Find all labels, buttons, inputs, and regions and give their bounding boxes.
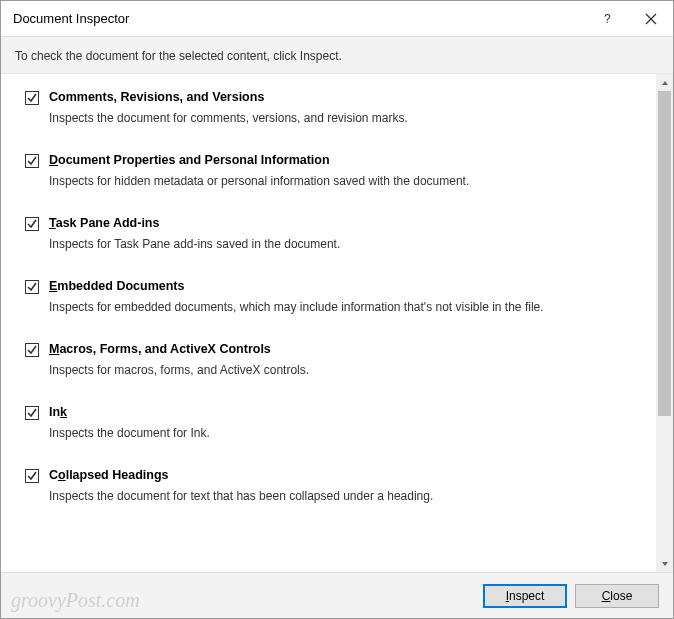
svg-text:?: ? bbox=[604, 13, 611, 25]
scrollbar[interactable] bbox=[656, 74, 673, 572]
inspection-item-title: Comments, Revisions, and Versions bbox=[49, 90, 264, 104]
inspection-item-title: Macros, Forms, and ActiveX Controls bbox=[49, 342, 271, 356]
inspection-item: Task Pane Add-insInspects for Task Pane … bbox=[25, 216, 632, 251]
dialog-title: Document Inspector bbox=[13, 11, 585, 26]
inspection-item: Comments, Revisions, and VersionsInspect… bbox=[25, 90, 632, 125]
inspection-checkbox[interactable] bbox=[25, 154, 39, 168]
titlebar: Document Inspector ? bbox=[1, 1, 673, 37]
close-button[interactable]: Close bbox=[575, 584, 659, 608]
inspection-item-head: Embedded Documents bbox=[25, 279, 632, 294]
inspection-item-desc: Inspects the document for comments, vers… bbox=[49, 111, 632, 125]
inspection-item: Document Properties and Personal Informa… bbox=[25, 153, 632, 188]
help-button[interactable]: ? bbox=[585, 1, 629, 37]
scroll-down-button[interactable] bbox=[656, 555, 673, 572]
inspection-item-head: Ink bbox=[25, 405, 632, 420]
content-area: Comments, Revisions, and VersionsInspect… bbox=[1, 74, 673, 572]
inspection-item-desc: Inspects the document for Ink. bbox=[49, 426, 632, 440]
close-icon bbox=[645, 13, 657, 25]
watermark-text: groovyPost.com bbox=[11, 589, 140, 612]
inspection-item: InkInspects the document for Ink. bbox=[25, 405, 632, 440]
inspection-checkbox[interactable] bbox=[25, 217, 39, 231]
inspection-item: Collapsed HeadingsInspects the document … bbox=[25, 468, 632, 503]
inspect-button[interactable]: Inspect bbox=[483, 584, 567, 608]
inspection-list: Comments, Revisions, and VersionsInspect… bbox=[1, 74, 656, 572]
inspection-item: Embedded DocumentsInspects for embedded … bbox=[25, 279, 632, 314]
inspection-item-head: Task Pane Add-ins bbox=[25, 216, 632, 231]
inspection-item-desc: Inspects for hidden metadata or personal… bbox=[49, 174, 632, 188]
inspection-checkbox[interactable] bbox=[25, 91, 39, 105]
inspection-item-head: Macros, Forms, and ActiveX Controls bbox=[25, 342, 632, 357]
instruction-text: To check the document for the selected c… bbox=[1, 37, 673, 74]
inspection-checkbox[interactable] bbox=[25, 469, 39, 483]
close-window-button[interactable] bbox=[629, 1, 673, 37]
inspection-checkbox[interactable] bbox=[25, 280, 39, 294]
inspection-checkbox[interactable] bbox=[25, 343, 39, 357]
inspection-item-title: Ink bbox=[49, 405, 67, 419]
inspection-item-desc: Inspects for embedded documents, which m… bbox=[49, 300, 632, 314]
inspection-item-head: Collapsed Headings bbox=[25, 468, 632, 483]
scrollbar-track[interactable] bbox=[656, 91, 673, 555]
dialog-footer: groovyPost.com Inspect Close bbox=[1, 572, 673, 618]
help-icon: ? bbox=[601, 13, 613, 25]
inspection-item-head: Document Properties and Personal Informa… bbox=[25, 153, 632, 168]
document-inspector-dialog: Document Inspector ? To check the docume… bbox=[0, 0, 674, 619]
inspection-item-desc: Inspects for macros, forms, and ActiveX … bbox=[49, 363, 632, 377]
svg-marker-4 bbox=[662, 562, 668, 566]
inspection-item-title: Collapsed Headings bbox=[49, 468, 168, 482]
inspection-item-title: Document Properties and Personal Informa… bbox=[49, 153, 330, 167]
chevron-down-icon bbox=[661, 560, 669, 568]
inspection-checkbox[interactable] bbox=[25, 406, 39, 420]
inspection-item-title: Task Pane Add-ins bbox=[49, 216, 159, 230]
inspection-item-title: Embedded Documents bbox=[49, 279, 184, 293]
inspection-item-desc: Inspects for Task Pane add-ins saved in … bbox=[49, 237, 632, 251]
inspection-item-desc: Inspects the document for text that has … bbox=[49, 489, 632, 503]
inspection-item-head: Comments, Revisions, and Versions bbox=[25, 90, 632, 105]
scrollbar-thumb[interactable] bbox=[658, 91, 671, 416]
inspection-item: Macros, Forms, and ActiveX ControlsInspe… bbox=[25, 342, 632, 377]
svg-marker-3 bbox=[662, 81, 668, 85]
scroll-up-button[interactable] bbox=[656, 74, 673, 91]
chevron-up-icon bbox=[661, 79, 669, 87]
